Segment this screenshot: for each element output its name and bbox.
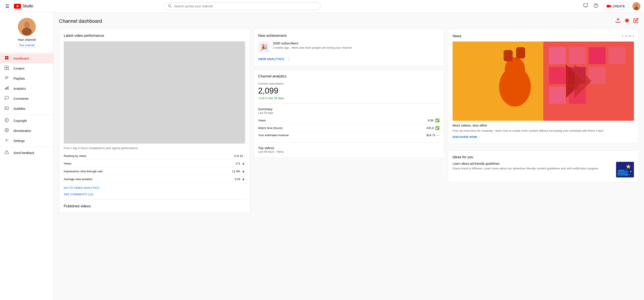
monetization-label: Monetization [14,129,31,133]
dashboard-label: Dashboard [14,57,29,60]
sidebar-item-copyright[interactable]: Copyright [0,116,54,126]
news-header: News ‹ 1 / 4 › [452,34,634,38]
svg-point-2 [168,4,171,7]
perf-row-ranking: Ranking by views 3 of 10 › [64,152,245,159]
top-videos-title: Top videos [258,146,440,150]
dash-icon-revenue: — [437,134,440,137]
check-icon-views: ✅ [435,118,440,123]
achievement-card: New achievement 🎉 2000 subscribers 3 wee… [253,29,444,66]
svg-rect-24 [5,88,6,90]
sidebar-item-send-feedback[interactable]: Send feedback [0,148,54,158]
perf-val-ctr: 11.9% ▲ [232,169,245,173]
top-videos-divider [258,142,440,143]
create-button[interactable]: CREATE [603,3,629,10]
hamburger-icon[interactable]: ☰ [4,2,11,11]
profile-avatar[interactable] [18,18,36,36]
svg-rect-7 [607,5,610,7]
news-next-button[interactable]: › [632,34,634,38]
live-icon[interactable] [624,18,630,24]
avatar[interactable] [632,2,640,10]
top-videos-period: Last 48 hours · Views [258,150,440,153]
achievement-row: 🎉 2000 subscribers 3 weeks ago · More an… [258,41,440,53]
check-icon-watchtime: ✅ [435,126,440,130]
see-comments-link[interactable]: SEE COMMENTS (12) [64,193,245,196]
sidebar-item-monetization[interactable]: Monetization [0,126,54,136]
news-page-indicator: 1 / 4 [625,34,631,38]
messages-icon[interactable] [582,2,589,10]
edit-pencil-icon[interactable] [633,18,639,24]
svg-rect-64 [620,170,622,171]
sidebar-divider-1 [0,52,54,52]
settings-label: Settings [14,139,25,143]
analytics-icon [4,86,10,91]
more-options-icon[interactable]: ⋮ [287,56,291,61]
sidebar-item-settings[interactable]: Settings [0,136,54,146]
svg-point-10 [635,4,638,7]
go-to-video-analytics-link[interactable]: GO TO VIDEO ANALYTICS [64,186,245,189]
svg-rect-39 [64,41,245,143]
svg-rect-25 [6,87,7,90]
perf-val-views: 171 ▲ [236,161,245,165]
ideas-card: Ideas for you Learn about ad-friendly gu… [448,150,639,182]
playlists-label: Playlists [14,77,25,80]
sidebar-item-content[interactable]: Content [0,63,54,73]
latest-video-card: Latest video performance First 1 day 5 h… [59,29,250,213]
perf-row-duration: Average view duration 3:25 ▲ [64,175,245,183]
idea-text: Learn about ad-friendly guidelines Every… [452,162,598,171]
upload-icon[interactable] [616,18,621,24]
monetization-icon [4,128,10,134]
svg-rect-16 [7,56,8,58]
sidebar-divider-2 [0,115,54,115]
analytics-divider [258,103,440,104]
discover-how-link[interactable]: DISCOVER HOW [452,135,477,139]
profile-avatar-image [632,2,640,10]
svg-rect-45 [588,47,606,64]
news-prev-button[interactable]: ‹ [622,34,624,38]
svg-point-11 [634,7,639,10]
achievement-icon: 🎉 [258,41,270,53]
svg-rect-21 [5,77,8,77]
content-label: Content [14,67,24,70]
sidebar-item-analytics[interactable]: Analytics [0,83,54,94]
svg-point-31 [5,118,9,122]
help-icon[interactable] [592,2,599,10]
channel-link[interactable]: Your channel [16,43,38,48]
summary-period: Last 28 days [258,111,440,115]
comments-icon [4,96,10,101]
news-title: News [452,34,462,38]
news-card: News ‹ 1 / 4 › [448,29,639,143]
svg-rect-17 [5,58,7,60]
sidebar-item-comments[interactable]: Comments [0,94,54,104]
summary-title: Summary [258,107,440,111]
svg-rect-23 [5,79,8,79]
search-input[interactable] [174,4,317,8]
view-analytics-button[interactable]: VIEW ANALYTICS [258,57,284,61]
up-arrow-icon-3: ▲ [242,177,245,181]
ideas-title: Ideas for you [452,155,634,159]
sidebar-item-playlists[interactable]: Playlists [0,73,54,83]
nav-right: CREATE [582,2,640,10]
achievement-info: 2000 subscribers 3 weeks ago · More and … [273,41,352,49]
svg-marker-8 [610,5,611,7]
analytics-label: Analytics [14,87,26,90]
video-thumbnail[interactable] [64,41,245,144]
create-label: CREATE [612,4,625,8]
settings-icon [4,138,10,144]
channel-avatar-image [18,18,36,36]
logo[interactable]: Studio [14,4,33,9]
sidebar-item-dashboard[interactable]: Dashboard [0,53,54,63]
news-article-image [452,41,634,121]
studio-wordmark: Studio [22,4,33,8]
summary-row-revenue: Your estimated revenue $14.73 — [258,132,440,139]
svg-point-37 [626,20,628,21]
svg-point-13 [24,22,30,28]
search-bar[interactable] [164,2,320,10]
sidebar-item-subtitles[interactable]: Subtitles [0,104,54,114]
summary-row-views: Views 8.5K ✅ [258,117,440,124]
comments-label: Comments [14,97,28,100]
sidebar-profile: Your channel Your channel [0,12,54,51]
subtitles-icon [4,106,10,111]
summary-row-watchtime: Watch time (hours) 435.8 ✅ [258,124,440,132]
page-header: Channel dashboard [59,18,639,24]
svg-marker-20 [6,67,8,69]
